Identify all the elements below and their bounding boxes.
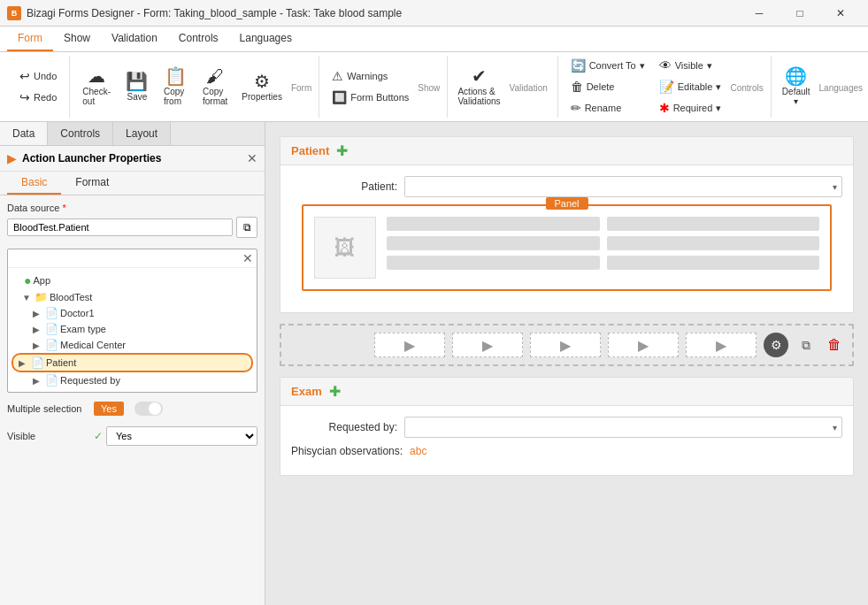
patient-select[interactable]: [404, 176, 842, 197]
prop-tabs: Basic Format: [0, 172, 265, 195]
tree-node-requestedby[interactable]: ▶ 📄 Requested by: [12, 372, 253, 388]
tab-controls[interactable]: Controls: [168, 27, 229, 51]
datasource-copy-button[interactable]: ⧉: [236, 217, 257, 238]
multipleselection-label: Multiple selection: [7, 403, 87, 414]
expand-icon-medicalcenter: ▶: [33, 341, 43, 350]
tree-node-doctor1[interactable]: ▶ 📄 Doctor1: [12, 305, 253, 321]
tree-node-examtype[interactable]: ▶ 📄 Exam type: [12, 321, 253, 337]
patient-field-label: Patient:: [291, 180, 397, 193]
ribbon-group-controls: 🔄 Convert To ▾ 🗑 Delete ✏ Rename 👁 Visib…: [558, 56, 772, 118]
actionsvalidations-icon: ✔: [472, 67, 487, 85]
undo-button[interactable]: ↩ Undo: [14, 66, 62, 86]
panel-tab-data[interactable]: Data: [0, 122, 48, 145]
field-placeholder-2a: [387, 236, 600, 250]
tab-form[interactable]: Form: [7, 27, 53, 51]
warnings-label: Warnings: [347, 71, 388, 81]
editable-label: Editable: [678, 81, 713, 92]
properties-icon: ⚙: [254, 73, 270, 90]
page-btn-2[interactable]: ▶: [452, 333, 523, 357]
folder-icon-requestedby: 📄: [45, 374, 58, 387]
exam-panel-title: Exam: [291, 385, 322, 398]
field-placeholder-3b: [607, 256, 820, 270]
properties-close-button[interactable]: ✕: [247, 151, 257, 165]
delete-button[interactable]: 🗑 Delete: [565, 77, 650, 96]
window-controls: ─ □ ✕: [739, 0, 861, 27]
title-bar: B Bizagi Forms Designer - Form: Taking_b…: [0, 0, 868, 27]
visible-button[interactable]: 👁 Visible ▾: [654, 56, 727, 75]
patient-add-icon[interactable]: ✚: [336, 142, 348, 159]
toggle-ball: [149, 402, 161, 415]
properties-label: Properties: [242, 92, 282, 102]
show-group-label: Show: [418, 83, 440, 93]
save-label: Save: [127, 92, 148, 102]
prop-tab-format[interactable]: Format: [61, 172, 123, 195]
datasource-input[interactable]: [7, 218, 233, 236]
warnings-button[interactable]: ⚠ Warnings: [326, 66, 414, 86]
default-arrow: ▾: [794, 96, 798, 106]
tree-content: ● App ▼ 📁 BloodTest ▶ 📄 Doctor1 ▶: [8, 268, 257, 392]
convertto-button[interactable]: 🔄 Convert To ▾: [565, 56, 650, 75]
multipleselection-toggle[interactable]: [134, 402, 163, 416]
copyfrom-button[interactable]: 📋 Copy from: [158, 64, 194, 110]
left-panel: Data Controls Layout ▶ Action Launcher P…: [0, 122, 265, 605]
delete-pagination-button[interactable]: 🗑: [824, 334, 845, 356]
ribbon-group-show: ⚠ Warnings 🔲 Form Buttons Show: [319, 56, 448, 118]
visible-icon: 👁: [659, 58, 672, 73]
tab-show[interactable]: Show: [53, 27, 101, 51]
tree-node-patient[interactable]: ▶ 📄 Patient: [12, 353, 253, 372]
copyformat-button[interactable]: 🖌 Copy format: [197, 64, 233, 110]
panel-tab-layout[interactable]: Layout: [113, 122, 171, 145]
rename-icon: ✏: [571, 101, 581, 115]
copy-pagination-button[interactable]: ⧉: [795, 334, 817, 356]
visible-field: Visible ✓ Yes No: [0, 421, 265, 451]
required-button[interactable]: ✱ Required ▾: [654, 98, 727, 118]
page-btn-3[interactable]: ▶: [530, 333, 601, 357]
panel-tab-controls[interactable]: Controls: [48, 122, 113, 145]
expand-icon-patient: ▶: [19, 358, 29, 368]
tree-node-medicalcenter[interactable]: ▶ 📄 Medical Center: [12, 337, 253, 353]
requestedby-select[interactable]: [404, 417, 842, 438]
prop-tab-basic[interactable]: Basic: [7, 172, 61, 195]
visible-select[interactable]: Yes No: [106, 426, 257, 446]
properties-header: ▶ Action Launcher Properties ✕: [0, 146, 265, 172]
tree-popup-close-button[interactable]: ✕: [242, 251, 253, 265]
exam-add-icon[interactable]: ✚: [329, 383, 341, 400]
patient-field-control: ▾: [404, 176, 842, 197]
page-btn-1[interactable]: ▶: [374, 333, 445, 357]
formbuttons-button[interactable]: 🔲 Form Buttons: [326, 88, 414, 107]
editable-button[interactable]: 📝 Editable ▾: [654, 77, 727, 96]
minimize-button[interactable]: ─: [739, 0, 780, 27]
folder-icon-doctor1: 📄: [45, 307, 58, 319]
redo-icon: ↪: [19, 90, 30, 104]
languages-group-label: Languages: [818, 83, 864, 93]
formbuttons-icon: 🔲: [332, 90, 347, 104]
tree-node-bloodtest[interactable]: ▼ 📁 BloodTest: [12, 289, 253, 305]
maximize-button[interactable]: □: [780, 0, 820, 27]
patient-field-row: Patient: ▾: [291, 176, 842, 197]
redo-button[interactable]: ↪ Redo: [14, 88, 62, 107]
checkout-button[interactable]: ☁ Check-out: [77, 64, 116, 110]
default-button[interactable]: 🌐 Default ▾: [779, 64, 814, 110]
rename-button[interactable]: ✏ Rename: [565, 98, 650, 118]
tab-languages[interactable]: Languages: [229, 27, 303, 51]
datasource-section: Data source * ⧉: [0, 195, 265, 245]
tree-node-app[interactable]: ● App: [12, 272, 253, 289]
visible-arrow: ▾: [707, 60, 712, 72]
properties-button[interactable]: ⚙ Properties: [236, 69, 288, 105]
tab-validation[interactable]: Validation: [101, 27, 168, 51]
close-button[interactable]: ✕: [820, 0, 861, 27]
properties-title: Action Launcher Properties: [22, 152, 247, 165]
ribbon-group-validation: ✔ Actions & Validations Validation: [448, 56, 557, 118]
page-btn-5[interactable]: ▶: [686, 333, 757, 357]
observations-control: abc: [410, 445, 842, 457]
save-button[interactable]: 💾 Save: [119, 69, 155, 105]
copyfrom-icon: 📋: [165, 67, 187, 85]
requestedby-control: ▾: [404, 417, 842, 438]
actionsvalidations-button[interactable]: ✔ Actions & Validations: [455, 64, 503, 110]
save-section: 💾 Save: [119, 69, 155, 105]
actionsvalidations-label: Actions & Validations: [457, 87, 500, 106]
page-btn-4[interactable]: ▶: [608, 333, 679, 357]
settings-button[interactable]: ⚙: [764, 333, 788, 357]
observations-label: Phisycian observations:: [291, 445, 403, 457]
editable-icon: 📝: [659, 80, 674, 94]
